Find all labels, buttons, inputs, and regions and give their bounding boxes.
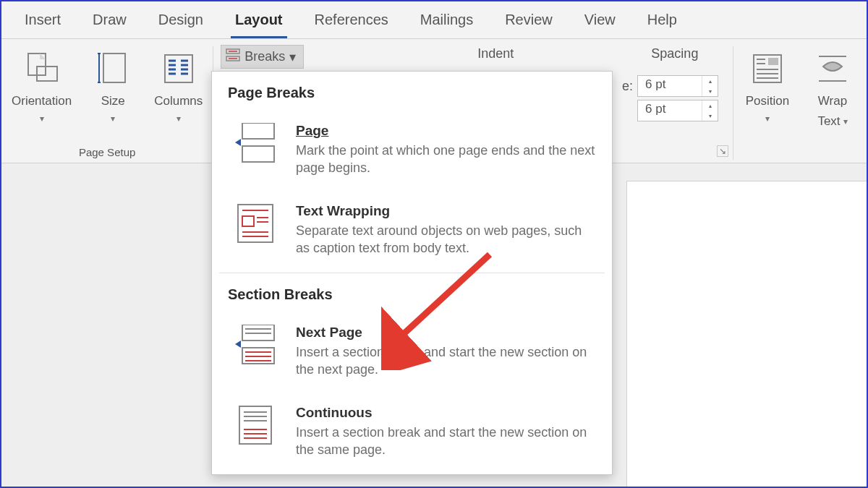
spacing-before-spinner[interactable]: 6 pt ▴▾ bbox=[637, 75, 718, 97]
wrap-text-label-1: Wrap bbox=[818, 94, 847, 108]
orientation-label: Orientation bbox=[12, 94, 72, 108]
size-button[interactable]: Size ▾ bbox=[86, 46, 140, 123]
spinner-up-icon[interactable]: ▴ bbox=[702, 76, 718, 86]
svg-rect-28 bbox=[242, 123, 274, 139]
breaks-item-page[interactable]: Page Mark the point at which one page en… bbox=[212, 113, 612, 193]
chevron-down-icon: ▾ bbox=[176, 114, 181, 123]
spinner-up-icon[interactable]: ▴ bbox=[702, 100, 718, 111]
breaks-dropdown: Page Breaks Page Mark the point at which… bbox=[211, 71, 613, 475]
page-breaks-header: Page Breaks bbox=[212, 72, 612, 113]
wrap-text-button[interactable]: Wrap Text ▾ bbox=[806, 46, 859, 129]
tab-layout[interactable]: Layout bbox=[219, 7, 299, 38]
size-icon bbox=[93, 49, 132, 88]
columns-button[interactable]: Columns ▾ bbox=[151, 46, 205, 123]
spacing-before-prefix: e: bbox=[622, 79, 633, 94]
breaks-item-text-wrapping-desc: Separate text around objects on web page… bbox=[296, 222, 597, 257]
breaks-item-next-page[interactable]: Next Page Insert a section break and sta… bbox=[212, 314, 612, 395]
spacing-after-spinner[interactable]: 6 pt ▴▾ bbox=[637, 100, 718, 121]
spacing-spinners: e: 6 pt ▴▾ 6 pt ▴▾ bbox=[610, 75, 726, 121]
svg-rect-1 bbox=[37, 67, 57, 81]
tab-references[interactable]: References bbox=[299, 7, 404, 38]
tab-mailings[interactable]: Mailings bbox=[404, 7, 489, 38]
chevron-down-icon: ▾ bbox=[111, 114, 115, 123]
breaks-item-continuous-title: Continuous bbox=[296, 405, 373, 420]
section-breaks-header: Section Breaks bbox=[212, 273, 612, 314]
orientation-button[interactable]: Orientation ▾ bbox=[9, 46, 75, 123]
tab-insert[interactable]: Insert bbox=[9, 7, 77, 38]
page-break-icon bbox=[234, 123, 277, 163]
group-page-setup-label: Page Setup bbox=[79, 146, 135, 160]
spinner-down-icon[interactable]: ▾ bbox=[702, 111, 718, 121]
svg-marker-30 bbox=[235, 139, 241, 146]
breaks-item-text-wrapping[interactable]: Text Wrapping Separate text around objec… bbox=[212, 193, 612, 273]
chevron-down-icon: ▾ bbox=[765, 114, 770, 123]
columns-icon bbox=[159, 49, 198, 88]
spinner-down-icon[interactable]: ▾ bbox=[702, 86, 718, 96]
position-icon bbox=[748, 49, 787, 88]
group-page-setup-buttons: Orientation ▾ Size ▾ bbox=[9, 46, 205, 123]
tab-draw[interactable]: Draw bbox=[77, 7, 142, 38]
breaks-label: Breaks bbox=[244, 49, 285, 64]
tab-help[interactable]: Help bbox=[631, 7, 693, 38]
wrap-text-icon bbox=[813, 49, 852, 88]
breaks-icon bbox=[226, 48, 240, 65]
breaks-item-text-wrapping-title: Text Wrapping bbox=[296, 203, 390, 218]
breaks-item-next-page-desc: Insert a section break and start the new… bbox=[296, 343, 597, 379]
breaks-item-continuous-desc: Insert a section break and start the new… bbox=[296, 424, 597, 459]
tab-view[interactable]: View bbox=[569, 7, 631, 38]
chevron-down-icon: ▾ bbox=[843, 117, 848, 126]
columns-label: Columns bbox=[154, 94, 203, 108]
paragraph-dialog-launcher[interactable]: ↘ bbox=[717, 145, 728, 157]
continuous-break-icon bbox=[234, 405, 277, 445]
svg-rect-29 bbox=[242, 146, 274, 162]
spacing-label: Spacing bbox=[651, 46, 698, 61]
ribbon-tabs: Insert Draw Design Layout References Mai… bbox=[1, 1, 867, 39]
svg-rect-32 bbox=[242, 216, 254, 226]
document-page[interactable] bbox=[626, 181, 867, 487]
svg-rect-20 bbox=[768, 58, 778, 65]
breaks-item-continuous[interactable]: Continuous Insert a section break and st… bbox=[212, 395, 612, 475]
breaks-item-next-page-title: Next Page bbox=[296, 325, 362, 340]
group-page-setup: Orientation ▾ Size ▾ bbox=[1, 46, 213, 160]
chevron-down-icon: ▾ bbox=[40, 114, 44, 123]
position-label: Position bbox=[746, 94, 789, 108]
next-page-break-icon bbox=[234, 325, 277, 365]
group-arrange: Position ▾ Wrap Text ▾ bbox=[733, 46, 867, 160]
position-button[interactable]: Position ▾ bbox=[741, 46, 794, 129]
tab-design[interactable]: Design bbox=[142, 7, 219, 38]
svg-marker-45 bbox=[235, 341, 241, 348]
chevron-down-icon: ▾ bbox=[289, 49, 296, 65]
wrap-text-label-2: Text bbox=[817, 114, 840, 129]
text-wrapping-icon bbox=[234, 203, 277, 244]
orientation-icon bbox=[22, 49, 61, 88]
svg-rect-2 bbox=[103, 53, 125, 82]
breaks-button[interactable]: Breaks ▾ bbox=[221, 45, 304, 69]
paragraph-headers: Indent Spacing bbox=[318, 46, 726, 67]
spacing-after-value: 6 pt bbox=[638, 100, 702, 121]
size-label: Size bbox=[101, 94, 125, 108]
spacing-before-value: 6 pt bbox=[638, 76, 702, 96]
breaks-item-page-desc: Mark the point at which one page ends an… bbox=[296, 142, 597, 177]
tab-review[interactable]: Review bbox=[489, 7, 569, 38]
breaks-item-page-title: Page bbox=[296, 123, 328, 138]
indent-label: Indent bbox=[477, 46, 514, 61]
